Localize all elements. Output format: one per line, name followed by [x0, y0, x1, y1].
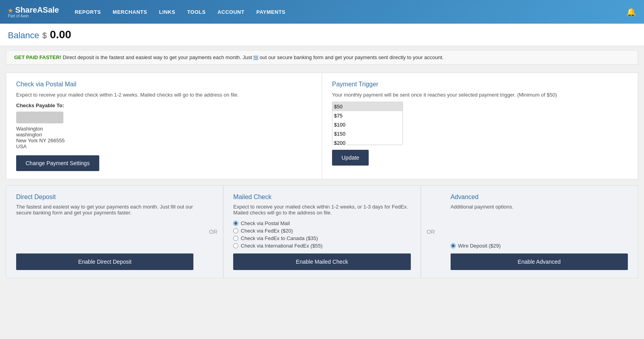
nav-links[interactable]: LINKS	[159, 9, 176, 15]
header: ★ ShareASale Part of Awin REPORTS MERCHA…	[0, 0, 644, 24]
promo-banner: GET PAID FASTER! Direct deposit is the f…	[6, 50, 638, 65]
update-trigger-button[interactable]: Update	[332, 150, 369, 166]
direct-deposit-col: Direct Deposit The fastest and easiest w…	[6, 186, 203, 278]
nav-reports[interactable]: REPORTS	[75, 9, 101, 15]
or-separator-left: OR	[203, 186, 223, 278]
logo-subtitle: Part of Awin	[8, 14, 59, 18]
balance-bar: Balance $ 0.00	[0, 24, 644, 46]
mailed-check-desc: Expect to receive your mailed check with…	[233, 204, 410, 216]
nav-account[interactable]: ACCOUNT	[217, 9, 245, 15]
enable-mailed-check-button[interactable]: Enable Mailed Check	[233, 253, 410, 270]
blurred-name	[16, 112, 63, 123]
wire-deposit-label: Wire Deposit ($29)	[458, 243, 501, 249]
radio-postal-mail-input[interactable]	[233, 221, 238, 226]
logo-area: ★ ShareASale Part of Awin	[8, 6, 59, 18]
bottom-section: Direct Deposit The fastest and easiest w…	[6, 185, 638, 278]
trigger-option-100[interactable]: $100	[332, 120, 403, 129]
radio-postal-mail[interactable]: Check via Postal Mail	[233, 220, 410, 226]
mailed-check-options: Check via Postal Mail Check via FedEx ($…	[233, 220, 410, 250]
nav-merchants[interactable]: MERCHANTS	[113, 9, 147, 15]
direct-deposit-title: Direct Deposit	[16, 194, 193, 201]
radio-fedex-canada-input[interactable]	[233, 236, 238, 241]
balance-amount: 0.00	[50, 28, 71, 41]
advanced-col: Advanced Additional payment options. Wir…	[441, 186, 638, 278]
radio-fedex-label: Check via FedEx ($20)	[241, 228, 293, 234]
advanced-desc: Additional payment options.	[451, 204, 628, 238]
advanced-title: Advanced	[451, 194, 628, 201]
radio-intl-fedex[interactable]: Check via International FedEx ($55)	[233, 243, 410, 249]
enable-direct-deposit-button[interactable]: Enable Direct Deposit	[16, 253, 193, 270]
promo-highlight: GET PAID FASTER!	[14, 54, 61, 60]
postal-mail-title: Check via Postal Mail	[16, 81, 312, 88]
postal-mail-section: Check via Postal Mail Expect to receive …	[6, 73, 322, 179]
wire-deposit-radio[interactable]	[451, 243, 456, 248]
balance-label: Balance	[8, 30, 39, 40]
payment-trigger-title: Payment Trigger	[332, 81, 628, 88]
address-line1: Washington	[16, 126, 312, 132]
radio-fedex-canada[interactable]: Check via FedEx to Canada ($35)	[233, 235, 410, 241]
logo: ★ ShareASale Part of Awin	[8, 6, 59, 18]
radio-intl-fedex-input[interactable]	[233, 243, 238, 248]
main-nav: REPORTS MERCHANTS LINKS TOOLS ACCOUNT PA…	[75, 9, 626, 15]
nav-payments[interactable]: PAYMENTS	[256, 9, 286, 15]
wire-deposit-item: Wire Deposit ($29)	[451, 243, 628, 249]
address-line2: washington	[16, 132, 312, 138]
trigger-option-200[interactable]: $200	[332, 138, 403, 145]
radio-postal-mail-label: Check via Postal Mail	[241, 220, 290, 226]
star-icon: ★	[8, 7, 13, 14]
direct-deposit-desc: The fastest and easiest way to get your …	[16, 204, 193, 249]
trigger-option-150[interactable]: $150	[332, 129, 403, 138]
address-block: Washington washington New York NY 266555…	[16, 126, 312, 149]
balance-currency: $	[42, 31, 46, 40]
trigger-option-75[interactable]: $75	[332, 111, 403, 120]
radio-fedex-input[interactable]	[233, 228, 238, 233]
payment-trigger-select[interactable]: $50 $75 $100 $150 $200	[332, 102, 403, 145]
radio-intl-fedex-label: Check via International FedEx ($55)	[241, 243, 322, 249]
top-card: Check via Postal Mail Expect to receive …	[6, 73, 638, 179]
notification-bell-icon[interactable]: 🔔	[626, 7, 636, 17]
change-payment-settings-button[interactable]: Change Payment Settings	[16, 155, 99, 171]
postal-mail-desc: Expect to receive your mailed check with…	[16, 92, 312, 98]
or-separator-right: OR	[421, 186, 441, 278]
address-line3: New York NY 266555	[16, 138, 312, 143]
trigger-option-50[interactable]: $50	[332, 102, 403, 111]
mailed-check-title: Mailed Check	[233, 194, 410, 201]
radio-fedex-canada-label: Check via FedEx to Canada ($35)	[241, 235, 318, 241]
promo-text: Direct deposit is the fastest and easies…	[63, 54, 444, 60]
radio-fedex[interactable]: Check via FedEx ($20)	[233, 228, 410, 234]
main-content: Check via Postal Mail Expect to receive …	[0, 69, 644, 282]
mailed-check-col: Mailed Check Expect to receive your mail…	[223, 186, 421, 278]
address-line4: USA	[16, 143, 312, 149]
payment-trigger-section: Payment Trigger Your monthly payment wil…	[322, 73, 638, 179]
checks-payable-label: Checks Payable To:	[16, 102, 312, 108]
nav-tools[interactable]: TOOLS	[187, 9, 206, 15]
payment-trigger-desc: Your monthly payment will be sent once i…	[332, 92, 628, 98]
promo-link[interactable]: fill	[253, 54, 258, 60]
enable-advanced-button[interactable]: Enable Advanced	[451, 253, 628, 270]
